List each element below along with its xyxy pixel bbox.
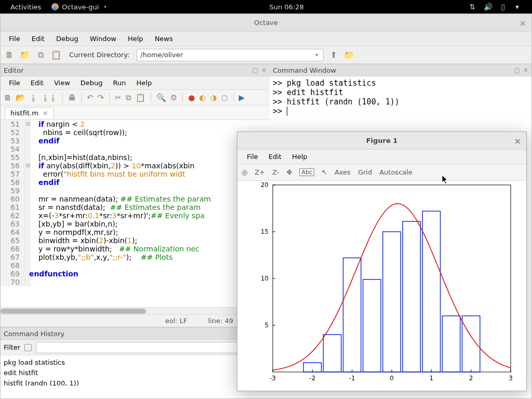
code-area[interactable]: 51⊟ if nargin < 252 nbins = ceil(sqrt(ro… [1, 120, 270, 307]
axes-button[interactable]: Axes [335, 168, 351, 176]
print-icon[interactable]: 🖶 [68, 93, 76, 102]
zoom-in-button[interactable]: Z+ [255, 168, 265, 176]
editor-horizontal-scrollbar[interactable] [1, 307, 270, 314]
save-all-icon[interactable]: ⭳⭳ [42, 93, 57, 102]
paste-icon[interactable]: 📋 [136, 93, 145, 102]
clock[interactable]: Sun 06:28 [264, 3, 309, 11]
code-line[interactable]: 66 y = row*y*binwidth; ## Normalization … [1, 245, 270, 253]
window-titlebar[interactable]: Octave × [1, 14, 531, 32]
dropdown-icon[interactable]: ▾ [313, 52, 320, 58]
cut-icon[interactable]: ✂ [115, 93, 122, 102]
filter-input[interactable] [36, 342, 267, 353]
editor-panel-header[interactable]: Editor ▢× [1, 64, 270, 76]
code-line[interactable]: 55 [n,xbin]=hist(data,nbins); [1, 153, 270, 162]
editor-tab-histfit[interactable]: histfit.m × [5, 107, 54, 118]
redo-icon[interactable]: ↷ [98, 93, 104, 102]
code-line[interactable]: 53 endif [1, 137, 270, 145]
history-item[interactable]: histfit (randn (100, 1)) [4, 378, 267, 389]
open-file-icon[interactable]: 📂 [16, 93, 25, 102]
editor-menu-run[interactable]: Run [108, 77, 131, 88]
code-line[interactable]: 65 binwidth = xbin(2)-xbin(1); [1, 236, 270, 245]
app-indicator[interactable]: Octave-gui▾ [46, 3, 111, 11]
close-panel-icon[interactable]: × [261, 66, 267, 74]
breakpoint-next-icon[interactable]: ◑ [210, 93, 217, 102]
figure-menu-edit[interactable]: Edit [263, 151, 287, 162]
new-script-icon[interactable]: 🗎 [4, 49, 15, 61]
code-line[interactable]: 52 nbins = ceil(sqrt(row)); [1, 128, 270, 137]
plot-area[interactable]: 5101520-3-2-10123 [237, 181, 526, 391]
figure-window[interactable]: Figure 1 × File Edit Help ◎ Z+ Z- ✥ Abc … [237, 131, 527, 391]
editor-menu-debug[interactable]: Debug [75, 77, 108, 88]
editor-menu-edit[interactable]: Edit [25, 77, 49, 88]
history-item[interactable]: pkg load statistics [4, 357, 267, 368]
undock-icon[interactable]: ▢ [514, 66, 520, 74]
menu-file[interactable]: File [4, 33, 25, 45]
code-line[interactable]: 69 endfunction [1, 270, 270, 278]
zoom-out-button[interactable]: Z- [272, 168, 279, 176]
breakpoint-set-icon[interactable]: ● [188, 93, 195, 102]
code-line[interactable]: 59 [1, 187, 270, 195]
code-line[interactable]: 70 [1, 278, 270, 286]
volume-icon[interactable]: 🔊 [481, 3, 495, 11]
menu-news[interactable]: News [150, 33, 178, 45]
network-icon[interactable]: ⇅ [467, 3, 478, 11]
battery-icon[interactable]: ▯ [498, 3, 508, 11]
rotate-icon[interactable]: ◎ [242, 168, 247, 176]
find-icon[interactable]: 🔍 [156, 93, 166, 102]
filter-checkbox[interactable] [24, 344, 32, 351]
scrollbar-thumb[interactable] [1, 309, 146, 314]
copy-icon[interactable]: ⧉ [126, 93, 131, 102]
settings-icon[interactable]: ⚙ [170, 93, 177, 102]
editor-menu-view[interactable]: View [49, 77, 75, 88]
figure-menu-file[interactable]: File [242, 151, 263, 162]
breakpoint-prev-icon[interactable]: ◐ [199, 93, 206, 102]
run-icon[interactable]: ▶ [239, 93, 245, 102]
code-line[interactable]: 61 sr = nanstd(data); ## Estimates the p… [1, 203, 270, 211]
undo-icon[interactable]: ↶ [87, 93, 94, 102]
editor-menu-help[interactable]: Help [131, 77, 157, 88]
command-history-list[interactable]: pkg load statisticsedit histfithistfit (… [1, 355, 270, 398]
close-panel-icon[interactable]: × [523, 66, 528, 74]
code-line[interactable]: 60 mr = nanmean(data); ## Estimates the … [1, 195, 270, 203]
breakpoint-clear-icon[interactable]: ○ [221, 93, 228, 102]
browse-folder-icon[interactable]: 📁 [343, 49, 355, 61]
code-line[interactable]: 56⊟ if any(abs(diff(xbin,2)) > 10*max(ab… [1, 162, 270, 170]
window-close-button[interactable]: × [520, 18, 526, 28]
text-icon[interactable]: Abc [299, 168, 314, 176]
menu-help[interactable]: Help [123, 33, 149, 45]
menu-debug[interactable]: Debug [51, 33, 84, 45]
figure-menu-help[interactable]: Help [287, 151, 313, 162]
code-line[interactable]: 68 [1, 261, 270, 270]
code-line[interactable]: 67 plot(xb,yb,";;b",x,y,";;r-"); ## Plot… [1, 253, 270, 261]
activities-button[interactable]: Activities [5, 3, 46, 11]
autoscale-button[interactable]: Autoscale [379, 168, 413, 176]
grid-button[interactable]: Grid [358, 168, 372, 176]
history-item[interactable]: edit histfit [4, 368, 267, 378]
new-file-icon[interactable]: 🗎 [4, 93, 11, 102]
code-line[interactable]: 64 y = normpdf(x,mr,sr); [1, 228, 270, 236]
menu-edit[interactable]: Edit [26, 33, 50, 45]
undock-icon[interactable]: ▢ [252, 66, 258, 74]
copy-icon[interactable]: ⧉ [35, 49, 46, 61]
figure-titlebar[interactable]: Figure 1 × [237, 132, 526, 150]
current-directory-input[interactable]: /home/oliver ▾ [137, 49, 324, 61]
paste-icon[interactable]: 📋 [50, 49, 62, 61]
editor-menu-file[interactable]: File [4, 77, 25, 88]
up-directory-icon[interactable]: ⬆ [328, 49, 339, 61]
menu-window[interactable]: Window [85, 33, 122, 45]
pan-icon[interactable]: ✥ [287, 168, 292, 176]
figure-close-button[interactable]: × [514, 136, 521, 146]
code-line[interactable]: 63 [xb,yb] = bar(xbin,n); [1, 220, 270, 228]
open-folder-icon[interactable]: 📁 [19, 49, 31, 61]
code-line[interactable]: 62 x=(-3*sr+mr:0.1*sr:3*sr+mr)';## Evenl… [1, 211, 270, 220]
code-line[interactable]: 57 error("histfit bins must be uniform w… [1, 170, 270, 178]
save-icon[interactable]: ⭳ [30, 93, 37, 102]
command-history-header[interactable]: Command History ▢× [1, 327, 270, 340]
command-window-header[interactable]: Command Window ▢× [270, 64, 531, 76]
code-line[interactable]: 58 endif [1, 178, 270, 187]
code-line[interactable]: 54 [1, 145, 270, 153]
code-line[interactable]: 51⊟ if nargin < 2 [1, 120, 270, 128]
system-tray[interactable]: ⇅ 🔊 ▯ ▾ [462, 3, 527, 11]
pointer-icon[interactable]: ↖ [322, 168, 327, 176]
tab-close-icon[interactable]: × [43, 109, 48, 117]
